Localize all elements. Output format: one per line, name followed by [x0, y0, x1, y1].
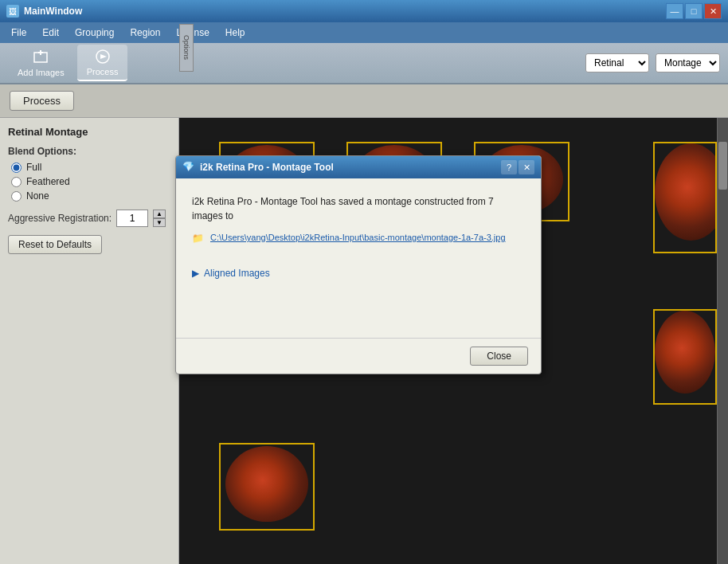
- dialog-content: i2k Retina Pro - Montage Tool has saved …: [176, 178, 541, 338]
- blend-none-label: None: [26, 190, 49, 202]
- process-toolbar-button[interactable]: Process: [77, 45, 128, 81]
- blend-feathered-label: Feathered: [26, 176, 70, 187]
- spin-down-btn[interactable]: ▼: [153, 218, 166, 227]
- window-title: MainWindow: [24, 6, 82, 17]
- type-dropdown[interactable]: Retinal Corneal: [585, 53, 649, 72]
- menu-help[interactable]: Help: [217, 25, 253, 41]
- minimize-button[interactable]: —: [666, 3, 683, 19]
- blend-full-radio[interactable]: [11, 163, 22, 173]
- dialog-title: i2k Retina Pro - Montage Tool: [200, 162, 334, 173]
- add-images-icon: [32, 49, 49, 66]
- blend-feathered-option[interactable]: Feathered: [11, 176, 170, 187]
- blend-none-option[interactable]: None: [11, 190, 170, 202]
- dialog-help-btn[interactable]: ?: [501, 160, 517, 174]
- process-button[interactable]: Process: [10, 91, 74, 111]
- blend-full-label: Full: [26, 162, 41, 173]
- reset-defaults-button[interactable]: Reset to Defaults: [8, 235, 102, 254]
- sidebar-title: Retinal Montage: [8, 126, 170, 138]
- blend-none-radio[interactable]: [11, 191, 22, 202]
- add-images-label: Add Images: [18, 68, 65, 77]
- close-button[interactable]: ✕: [704, 3, 722, 19]
- aligned-label: Aligned Images: [204, 268, 270, 279]
- toolbar: Add Images Process Retinal Corneal Monta…: [0, 43, 728, 84]
- dialog-title-left: 💎 i2k Retina Pro - Montage Tool: [182, 161, 334, 174]
- spin-buttons: ▲ ▼: [153, 210, 166, 227]
- dialog-controls: ? ✕: [501, 160, 534, 174]
- blend-full-option[interactable]: Full: [11, 162, 170, 173]
- process-area: Process: [0, 84, 728, 118]
- dialog-icon: 💎: [182, 161, 195, 174]
- maximize-button[interactable]: □: [685, 3, 703, 19]
- canvas-scrollbar[interactable]: [717, 118, 728, 564]
- dialog-footer: Close: [176, 338, 541, 374]
- close-dialog-button[interactable]: Close: [470, 347, 528, 366]
- dialog-title-bar: 💎 i2k Retina Pro - Montage Tool ? ✕: [176, 156, 541, 178]
- dialog-close-btn[interactable]: ✕: [519, 160, 534, 174]
- window-controls: — □ ✕: [666, 3, 722, 19]
- blend-feathered-radio[interactable]: [11, 177, 22, 187]
- menu-edit[interactable]: Edit: [34, 25, 67, 41]
- title-bar-left: 🖼 MainWindow: [6, 5, 82, 18]
- process-toolbar-label: Process: [87, 67, 119, 76]
- image-slot-4[interactable]: [653, 142, 717, 253]
- menu-region[interactable]: Region: [122, 25, 168, 41]
- app-icon: 🖼: [6, 5, 19, 18]
- menu-grouping[interactable]: Grouping: [67, 25, 122, 41]
- aggressive-reg-row: Aggressive Registration: ▲ ▼: [8, 210, 170, 227]
- menu-bar: File Edit Grouping Region License Help: [0, 22, 728, 43]
- scrollbar-thumb[interactable]: [718, 142, 727, 190]
- sidebar: » Retinal Montage Blend Options: Full Fe…: [0, 118, 179, 564]
- mode-dropdown[interactable]: Montage Single: [656, 53, 720, 72]
- options-tab[interactable]: Options: [179, 24, 194, 72]
- dialog-filepath-row: 📁 C:\Users\yang\Desktop\i2kRetina-Input\…: [192, 233, 525, 244]
- aggressive-reg-label: Aggressive Registration:: [8, 213, 112, 224]
- montage-dialog: 💎 i2k Retina Pro - Montage Tool ? ✕ i2k …: [175, 155, 542, 374]
- add-images-button[interactable]: Add Images: [8, 45, 74, 80]
- toolbar-right: Retinal Corneal Montage Single: [585, 53, 720, 72]
- expand-icon: ▶: [192, 268, 199, 279]
- aligned-images-toggle[interactable]: ▶ Aligned Images: [192, 268, 525, 279]
- title-bar: 🖼 MainWindow — □ ✕: [0, 0, 728, 22]
- dialog-filepath[interactable]: C:\Users\yang\Desktop\i2kRetina-Input\ba…: [210, 233, 506, 242]
- aggressive-reg-input[interactable]: [116, 210, 148, 227]
- blend-options-label: Blend Options:: [8, 146, 170, 157]
- process-icon: [94, 48, 112, 65]
- spin-up-btn[interactable]: ▲: [153, 210, 166, 218]
- image-slot-6[interactable]: [219, 443, 315, 531]
- image-slot-5[interactable]: [653, 309, 717, 405]
- menu-file[interactable]: File: [3, 25, 34, 41]
- dialog-message: i2k Retina Pro - Montage Tool has saved …: [192, 194, 525, 223]
- folder-icon: 📁: [192, 233, 204, 244]
- blend-options-group: Full Feathered None: [11, 162, 170, 202]
